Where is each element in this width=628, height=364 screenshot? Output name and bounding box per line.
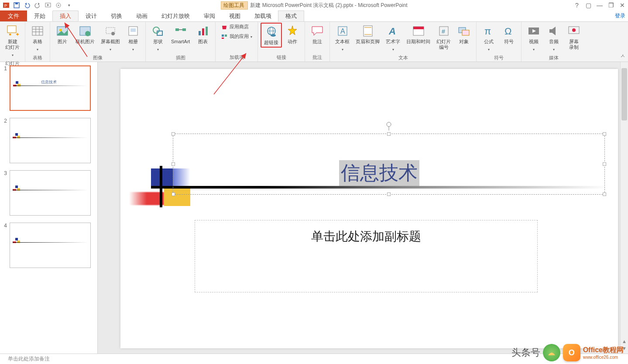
- slide-number-icon: #: [437, 24, 451, 38]
- chart-icon: [196, 24, 210, 38]
- tab-slideshow[interactable]: 幻灯片放映: [154, 10, 197, 21]
- chevron-down-icon: [342, 45, 343, 52]
- tab-review[interactable]: 审阅: [197, 10, 222, 21]
- smartart-button[interactable]: SmartArt: [168, 23, 192, 46]
- svg-rect-28: [202, 28, 204, 35]
- tab-file[interactable]: 文件: [0, 10, 27, 21]
- tab-transitions[interactable]: 切换: [104, 10, 129, 21]
- picture-icon: [55, 24, 69, 38]
- work-area: 1 信息技术 2 3 4: [0, 62, 628, 354]
- screenshot-button[interactable]: 屏幕截图: [98, 23, 123, 54]
- svg-point-66: [387, 122, 391, 127]
- chevron-down-icon: [553, 45, 555, 52]
- slide-thumbnail-2[interactable]: [10, 118, 91, 163]
- prev-slide-icon[interactable]: ▲: [622, 339, 627, 344]
- restore-icon[interactable]: ❐: [607, 1, 615, 9]
- thumb-4-wrap: 4: [2, 223, 96, 268]
- textbox-button[interactable]: A文本框: [333, 23, 352, 54]
- subtitle-placeholder[interactable]: 单击此处添加副标题: [195, 220, 538, 292]
- vertical-scrollbar[interactable]: ▲ ▼: [620, 62, 628, 354]
- svg-point-18: [85, 31, 90, 36]
- action-button[interactable]: 动作: [283, 23, 302, 46]
- quick-access-toolbar: P ▾: [0, 2, 72, 9]
- group-illustrations: 形状 SmartArt 图表 插图: [146, 22, 216, 62]
- close-icon[interactable]: ✕: [618, 1, 626, 9]
- group-label-illustrations: 插图: [176, 54, 185, 62]
- equation-button[interactable]: π公式: [479, 23, 498, 54]
- tab-design[interactable]: 设计: [79, 10, 104, 21]
- slide-title-text[interactable]: 信息技术: [339, 160, 419, 186]
- my-apps-button[interactable]: 我的应用▾: [218, 32, 255, 41]
- photo-album-button[interactable]: 相册: [124, 23, 143, 54]
- svg-rect-64: [17, 240, 20, 243]
- chevron-down-icon: [488, 45, 490, 52]
- thumb-3-wrap: 3: [2, 170, 96, 216]
- qat-dropdown-icon[interactable]: ▾: [65, 2, 72, 9]
- header-footer-button[interactable]: 页眉和页脚: [353, 23, 382, 46]
- hyperlink-button[interactable]: 超链接: [261, 23, 282, 48]
- window-controls: ? ▢ — ❐ ✕: [573, 1, 626, 9]
- new-slide-button[interactable]: ✦ 新建 幻灯片: [3, 23, 22, 59]
- login-link[interactable]: 登录: [615, 12, 625, 20]
- chevron-down-icon: [533, 45, 535, 52]
- chevron-down-icon: [110, 45, 111, 52]
- svg-text:P: P: [4, 3, 7, 8]
- tab-animations[interactable]: 动画: [129, 10, 154, 21]
- svg-point-6: [58, 5, 59, 6]
- datetime-button[interactable]: 日期和时间: [404, 23, 433, 46]
- wordart-button[interactable]: A艺术字: [383, 23, 403, 54]
- rotate-handle-icon[interactable]: [385, 122, 392, 132]
- slide-number-button[interactable]: #幻灯片 编号: [434, 23, 453, 52]
- slide-thumbnail-panel: 1 信息技术 2 3 4: [0, 62, 98, 354]
- symbol-button[interactable]: Ω符号: [499, 23, 518, 46]
- chart-button[interactable]: 图表: [193, 23, 213, 46]
- svg-rect-10: [32, 27, 43, 35]
- scrollbar-thumb[interactable]: [621, 68, 627, 120]
- new-slide-icon: ✦: [6, 24, 20, 38]
- collapse-ribbon-icon[interactable]: ㅅ: [620, 52, 625, 60]
- object-button[interactable]: 对象: [454, 23, 474, 46]
- notes-placeholder: 单击此处添加备注: [8, 355, 50, 363]
- screen-recording-button[interactable]: 屏幕 录制: [564, 23, 583, 52]
- touch-mode-icon[interactable]: [55, 2, 62, 9]
- svg-rect-55: [17, 84, 21, 86]
- undo-icon[interactable]: [24, 2, 31, 9]
- online-picture-icon: [78, 24, 92, 38]
- screenrec-icon: [567, 24, 581, 38]
- slide-thumbnail-1[interactable]: 信息技术: [10, 65, 91, 111]
- action-icon: [285, 24, 299, 38]
- slide-canvas[interactable]: 信息技术 单击此处添加副标题: [120, 69, 618, 348]
- watermark-left: 头条号: [511, 346, 540, 359]
- video-button[interactable]: 视频: [524, 23, 543, 54]
- slide-thumbnail-3[interactable]: [10, 170, 91, 216]
- help-icon[interactable]: ?: [573, 1, 581, 9]
- svg-rect-29: [206, 27, 208, 35]
- group-label-images: 图像: [93, 54, 103, 62]
- chevron-down-icon: [12, 50, 14, 58]
- minimize-icon[interactable]: —: [596, 1, 604, 9]
- table-button[interactable]: 表格: [28, 23, 47, 54]
- svg-text:#: #: [442, 28, 445, 35]
- audio-button[interactable]: 音频: [544, 23, 563, 54]
- tab-addins[interactable]: 加载项: [247, 10, 278, 21]
- slide-thumbnail-4[interactable]: [10, 223, 91, 268]
- screenshot-icon: [103, 24, 117, 38]
- ribbon-display-icon[interactable]: ▢: [584, 1, 592, 9]
- tab-view[interactable]: 视图: [222, 10, 247, 21]
- document-title: 新建 Microsoft PowerPoint 演示文稿 (2).pptx - …: [250, 2, 407, 9]
- tab-home[interactable]: 开始: [27, 10, 52, 21]
- svg-point-16: [59, 29, 62, 31]
- save-icon[interactable]: [13, 2, 20, 9]
- start-from-beginning-icon[interactable]: [45, 2, 51, 9]
- watermark: 头条号 O Office教程网 www.office26.com: [511, 344, 624, 361]
- tab-format[interactable]: 格式: [278, 10, 304, 21]
- picture-button[interactable]: 图片: [53, 23, 72, 46]
- redo-icon[interactable]: [34, 2, 41, 9]
- online-picture-button[interactable]: 联机图片: [73, 23, 97, 46]
- tab-insert[interactable]: 插入: [52, 10, 79, 21]
- comment-button[interactable]: 批注: [308, 23, 327, 46]
- svg-rect-25: [175, 28, 179, 31]
- shapes-button[interactable]: 形状: [148, 23, 168, 54]
- title-placeholder[interactable]: 信息技术: [173, 134, 605, 195]
- store-button[interactable]: 应用商店: [218, 23, 255, 31]
